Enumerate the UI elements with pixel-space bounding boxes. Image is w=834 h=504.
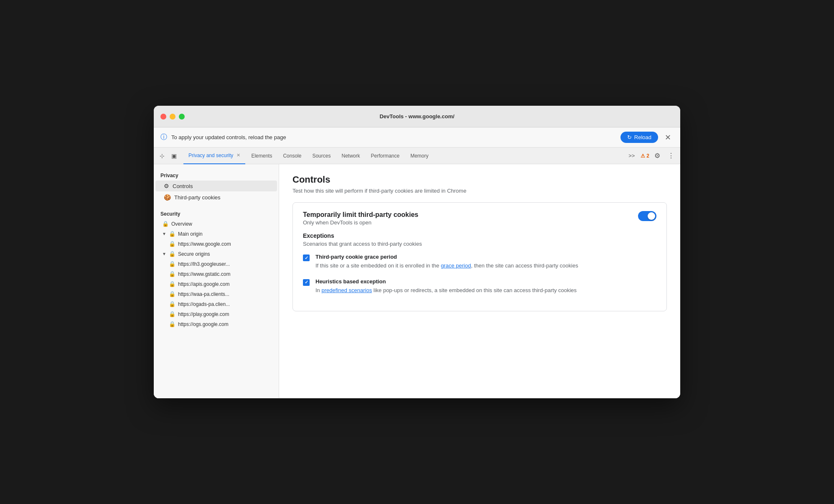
- lock-icon: 🔒: [169, 281, 175, 287]
- tab-label: Performance: [371, 153, 399, 159]
- heuristics-desc: In predefined scenarios like pop-ups or …: [315, 286, 656, 295]
- settings-button[interactable]: ⚙: [652, 150, 663, 161]
- card-title: Temporarily limit third-party cookies: [303, 211, 418, 219]
- third-party-cookies-label: Third-party cookies: [174, 194, 221, 201]
- arrow-down-icon: ▼: [162, 252, 166, 256]
- lock-icon: 🔒: [169, 271, 175, 277]
- limit-cookies-toggle[interactable]: [638, 211, 656, 221]
- exceptions-description: Scenarios that grant access to third-par…: [303, 241, 656, 247]
- close-tab-icon[interactable]: ✕: [236, 153, 240, 158]
- traffic-lights: [160, 114, 185, 120]
- sidebar-item-secure-origins[interactable]: ▼ 🔒 Secure origins: [155, 249, 277, 259]
- sidebar-item-overview[interactable]: 🔒 Overview: [155, 219, 277, 229]
- tab-console[interactable]: Console: [278, 148, 306, 164]
- secure-origin-url: https://apis.google.com: [178, 281, 229, 287]
- lock-icon: 🔒: [162, 221, 169, 227]
- secure-origin-url: https://lh3.googleuser...: [178, 261, 230, 267]
- notification-text: To apply your updated controls, reload t…: [171, 134, 616, 140]
- tab-sources[interactable]: Sources: [307, 148, 336, 164]
- more-options-button[interactable]: ⋮: [665, 150, 677, 161]
- select-element-icon[interactable]: ⊹: [157, 151, 167, 161]
- secure-origin-url: https://ogs.google.com: [178, 321, 229, 327]
- tab-network[interactable]: Network: [336, 148, 365, 164]
- grace-period-desc: If this site or a site embedded on it is…: [315, 262, 656, 270]
- main-origin-label: Main origin: [178, 231, 203, 237]
- dismiss-notification-button[interactable]: ✕: [662, 132, 674, 143]
- cookie-control-card: Temporarily limit third-party cookies On…: [292, 202, 667, 311]
- controls-label: Controls: [173, 183, 193, 189]
- cookies-icon: 🍪: [164, 194, 171, 201]
- lock-icon: 🔒: [169, 251, 175, 257]
- sidebar-item-third-party-cookies[interactable]: 🍪 Third-party cookies: [155, 192, 277, 203]
- secure-origin-url: https://ogads-pa.clien...: [178, 301, 230, 307]
- secure-origin-url: https://www.gstatic.com: [178, 271, 230, 277]
- tab-performance[interactable]: Performance: [366, 148, 404, 164]
- tab-label: Sources: [312, 153, 331, 159]
- sidebar-item-secure-origin-6[interactable]: 🔒 https://ogs.google.com: [155, 319, 277, 329]
- gear-icon: ⚙: [164, 183, 169, 189]
- exception-item-grace-period: Third-party cookie grace period If this …: [303, 254, 656, 270]
- exception-item-heuristics: Heuristics based exception In predefined…: [303, 278, 656, 295]
- heuristics-desc-before: In: [315, 287, 321, 293]
- sidebar-item-controls[interactable]: ⚙ Controls: [155, 181, 277, 191]
- lock-icon: 🔒: [169, 241, 175, 247]
- sidebar-item-secure-origin-0[interactable]: 🔒 https://lh3.googleuser...: [155, 259, 277, 269]
- secure-origins-label: Secure origins: [178, 251, 210, 257]
- sidebar-item-main-origin-url[interactable]: 🔒 https://www.google.com: [155, 239, 277, 249]
- sidebar-item-secure-origin-5[interactable]: 🔒 https://play.google.com: [155, 309, 277, 319]
- lock-icon: 🔒: [169, 261, 175, 267]
- arrow-down-icon: ▼: [162, 232, 166, 236]
- more-tabs-button[interactable]: >>: [625, 151, 638, 160]
- exceptions-section: Exceptions Scenarios that grant access t…: [303, 232, 656, 294]
- grace-period-desc-after: , then the site can access third-party c…: [471, 262, 578, 269]
- heuristics-content: Heuristics based exception In predefined…: [315, 278, 656, 295]
- overview-label: Overview: [171, 221, 192, 227]
- tab-elements[interactable]: Elements: [246, 148, 277, 164]
- security-section-title: Security: [154, 208, 279, 219]
- maximize-button[interactable]: [179, 114, 185, 120]
- devtools-window: DevTools - www.google.com/ ⓘ To apply yo…: [154, 106, 680, 398]
- tab-actions: >> ⚠ 2 ⚙ ⋮: [625, 150, 677, 161]
- privacy-section-title: Privacy: [154, 169, 279, 180]
- heuristics-checkbox[interactable]: [303, 279, 310, 286]
- heuristics-desc-after: like pop-ups or redirects, a site embedd…: [372, 287, 577, 293]
- tab-label: Elements: [251, 153, 272, 159]
- notification-bar: ⓘ To apply your updated controls, reload…: [154, 127, 680, 148]
- lock-icon: 🔒: [169, 231, 175, 237]
- minimize-button[interactable]: [170, 114, 175, 120]
- predefined-scenarios-link[interactable]: predefined scenarios: [321, 287, 372, 293]
- titlebar: DevTools - www.google.com/: [154, 106, 680, 127]
- tabs-bar: ⊹ ▣ Privacy and security ✕ Elements Cons…: [154, 148, 680, 164]
- sidebar-item-secure-origin-2[interactable]: 🔒 https://apis.google.com: [155, 279, 277, 289]
- device-toolbar-icon[interactable]: ▣: [169, 151, 179, 161]
- tab-label: Memory: [410, 153, 428, 159]
- grace-period-title: Third-party cookie grace period: [315, 254, 656, 260]
- warning-icon: ⚠: [641, 153, 645, 159]
- sidebar-item-secure-origin-1[interactable]: 🔒 https://www.gstatic.com: [155, 269, 277, 279]
- heuristics-title: Heuristics based exception: [315, 278, 656, 285]
- main-origin-url: https://www.google.com: [178, 241, 231, 247]
- tab-privacy-and-security[interactable]: Privacy and security ✕: [183, 148, 245, 164]
- sidebar-item-secure-origin-3[interactable]: 🔒 https://waa-pa.clients...: [155, 289, 277, 299]
- card-header: Temporarily limit third-party cookies On…: [303, 211, 656, 226]
- warning-badge: ⚠ 2: [641, 153, 649, 159]
- card-header-text: Temporarily limit third-party cookies On…: [303, 211, 418, 226]
- panel-title: Controls: [292, 174, 667, 185]
- secure-origin-url: https://play.google.com: [178, 311, 229, 317]
- grace-period-content: Third-party cookie grace period If this …: [315, 254, 656, 270]
- tab-memory[interactable]: Memory: [405, 148, 433, 164]
- reload-icon: ↻: [627, 134, 632, 140]
- sidebar-item-secure-origin-4[interactable]: 🔒 https://ogads-pa.clien...: [155, 299, 277, 309]
- window-title: DevTools - www.google.com/: [379, 113, 454, 120]
- tab-label: Network: [341, 153, 360, 159]
- reload-button[interactable]: ↻ Reload: [620, 132, 658, 143]
- close-button[interactable]: [160, 114, 166, 120]
- sidebar-item-main-origin[interactable]: ▼ 🔒 Main origin: [155, 229, 277, 239]
- grace-period-link[interactable]: grace period: [441, 262, 471, 269]
- main-content: Privacy ⚙ Controls 🍪 Third-party cookies…: [154, 164, 680, 398]
- main-panel: Controls Test how this site will perform…: [279, 164, 680, 398]
- lock-icon: 🔒: [169, 301, 175, 307]
- grace-period-checkbox[interactable]: [303, 255, 310, 261]
- tab-label: Privacy and security: [188, 153, 233, 158]
- exceptions-title: Exceptions: [303, 232, 656, 239]
